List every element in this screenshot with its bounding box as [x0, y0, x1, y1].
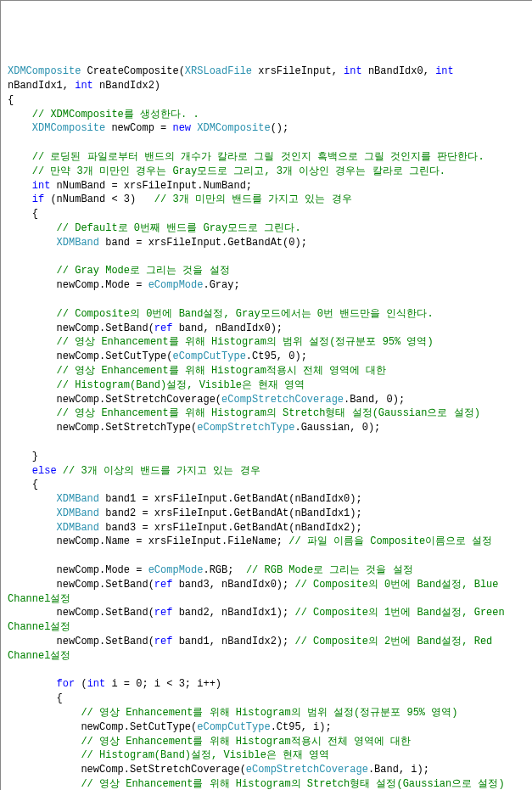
code-line: // 영상 Enhancement를 위해 Histogram의 범위 설정(정…: [8, 706, 526, 720]
code-line: XDMComposite newComp = new XDMComposite(…: [8, 121, 526, 136]
code-line: // XDMComposite를 생성한다. .: [8, 108, 526, 122]
code-line: XDMComposite CreateComposite(XRSLoadFile…: [8, 64, 526, 79]
code-line: newComp.Mode = eCompMode.RGB; // RGB Mod…: [8, 563, 526, 578]
code-line: // 영상 Enhancement를 위해 Histogram의 범위 설정(정…: [8, 335, 526, 350]
code-line: XDMBand band3 = xrsFileInput.GetBandAt(n…: [8, 521, 526, 535]
code-line: nBandIdx1, int nBandIdx2): [8, 79, 526, 93]
code-line: // Default로 0번째 밴드를 Gray모드로 그린다.: [8, 221, 526, 236]
code-line: // 로딩된 파일로부터 밴드의 개수가 칼라로 그릴 것인지 흑백으로 그릴 …: [8, 150, 526, 165]
code-line: [8, 549, 526, 563]
code-line: {: [8, 692, 526, 706]
code-line: for (int i = 0; i < 3; i++): [8, 677, 526, 692]
code-line: {: [8, 93, 526, 108]
code-line: // Composite의 0번에 Band설정, Gray모드에서는 0번 밴…: [8, 307, 526, 322]
code-line: int nNumBand = xrsFileInput.NumBand;: [8, 179, 526, 193]
code-line: // 만약 3개 미만인 경우는 Gray모드로 그리고, 3개 이상인 경우는…: [8, 165, 526, 179]
code-line: newComp.SetBand(ref band1, nBandIdx2); /…: [8, 635, 526, 649]
code-line: else // 3개 이상의 밴드를 가지고 있는 경우: [8, 464, 526, 479]
code-line: newComp.SetStretchType(eCompStretchType.…: [8, 421, 526, 435]
code-line: if (nNumBand < 3) // 3개 미만의 밴드를 가지고 있는 경…: [8, 193, 526, 207]
code-line: }: [8, 450, 526, 464]
code-line: // Gray Mode로 그리는 것을 설정: [8, 264, 526, 278]
code-line: Channel설정: [8, 592, 526, 607]
code-line: [8, 250, 526, 265]
code-line: [8, 293, 526, 307]
code-block: XDMComposite CreateComposite(XRSLoadFile…: [8, 64, 526, 790]
code-line: Channel설정: [8, 620, 526, 635]
code-line: newComp.SetCutType(eCompCutType.Ct95, 0)…: [8, 350, 526, 364]
code-line: newComp.SetBand(ref band3, nBandIdx0); /…: [8, 578, 526, 592]
code-line: // Histogram(Band)설정, Visible은 현재 영역: [8, 748, 526, 763]
code-line: newComp.Mode = eCompMode.Gray;: [8, 278, 526, 293]
code-line: newComp.SetBand(ref band, nBandIdx0);: [8, 322, 526, 336]
code-line: {: [8, 207, 526, 221]
code-line: XDMBand band2 = xrsFileInput.GetBandAt(n…: [8, 507, 526, 521]
code-line: // 영상 Enhancement를 위해 Histogram적용시 전체 영역…: [8, 735, 526, 749]
code-line: newComp.SetStretchCoverage(eCompStretchC…: [8, 763, 526, 777]
code-line: XDMBand band = xrsFileInput.GetBandAt(0)…: [8, 236, 526, 250]
code-line: [8, 664, 526, 678]
code-line: newComp.SetBand(ref band2, nBandIdx1); /…: [8, 606, 526, 620]
code-line: newComp.Name = xrsFileInput.FileName; //…: [8, 535, 526, 549]
code-line: {: [8, 478, 526, 492]
code-line: [8, 435, 526, 450]
code-line: Channel설정: [8, 649, 526, 664]
code-line: newComp.SetCutType(eCompCutType.Ct95, i)…: [8, 720, 526, 735]
code-line: // Histogram(Band)설정, Visible은 현재 영역: [8, 378, 526, 393]
code-line: XDMBand band1 = xrsFileInput.GetBandAt(n…: [8, 492, 526, 507]
code-line: newComp.SetStretchCoverage(eCompStretchC…: [8, 393, 526, 407]
code-line: // 영상 Enhancement를 위해 Histogram적용시 전체 영역…: [8, 364, 526, 378]
code-line: // 영상 Enhancement를 위해 Histogram의 Stretch…: [8, 406, 526, 421]
code-line: // 영상 Enhancement를 위해 Histogram의 Stretch…: [8, 777, 526, 790]
code-line: [8, 136, 526, 150]
